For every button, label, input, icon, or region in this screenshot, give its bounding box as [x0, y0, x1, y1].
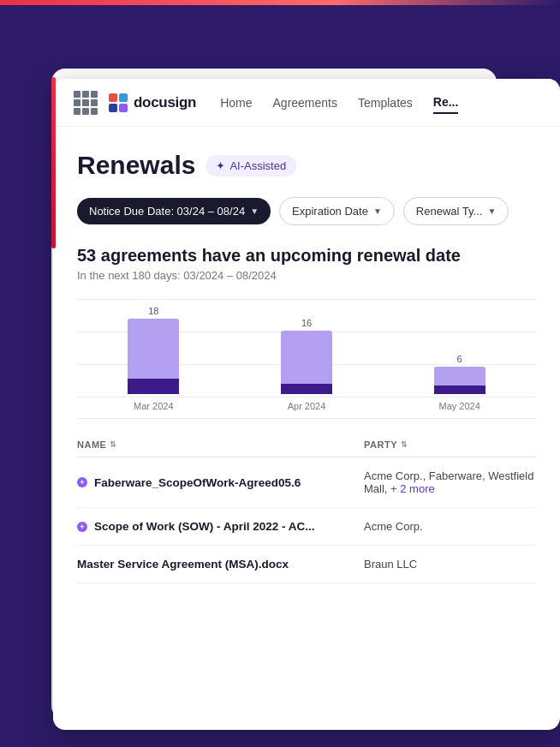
bar-label-mar: Mar 2024 — [134, 401, 173, 411]
party-more-link-1[interactable]: + 2 more — [390, 482, 435, 495]
col-header-party: PARTY ⇅ — [364, 439, 536, 450]
bar-stack-mar — [128, 319, 179, 394]
bar-value-apr: 16 — [301, 318, 312, 328]
svg-rect-1 — [119, 93, 128, 102]
ai-badge-text: AI-Assisted — [229, 159, 286, 172]
row-party-1: Acme Corp., Faberware, Westfield Mall, +… — [364, 469, 536, 495]
page-title: Renewals — [77, 151, 195, 180]
bar-bottom-mar — [128, 379, 179, 394]
row-name-1: Faberware_ScopeOfWork-Agreed05.6 — [77, 476, 364, 489]
ai-assisted-badge: ✦ AI-Assisted — [206, 155, 296, 176]
row-name-text-1: Faberware_ScopeOfWork-Agreed05.6 — [94, 476, 301, 489]
date-range-label: Notice Due Date: 03/24 – 08/24 — [89, 205, 245, 218]
expiration-date-filter[interactable]: Expiration Date ▼ — [279, 197, 395, 225]
docusign-logo[interactable]: docusign — [108, 93, 196, 113]
agreements-table: NAME ⇅ PARTY ⇅ Faberware_ScopeOfWork-Agr… — [77, 433, 536, 583]
svg-rect-3 — [119, 104, 128, 112]
filter-row: Notice Due Date: 03/24 – 08/24 ▼ Expirat… — [77, 197, 536, 225]
docusign-brand-text: docusign — [134, 94, 196, 111]
row-name-3: Master Service Agreement (MSA).docx — [77, 558, 364, 571]
row-dot-icon — [77, 477, 87, 487]
nav-renewals[interactable]: Re... — [433, 92, 459, 114]
bar-value-mar: 18 — [148, 306, 158, 316]
bar-label-may: May 2024 — [439, 401, 480, 411]
top-nav: docusign Home Agreements Templates Re... — [53, 79, 560, 127]
col-header-name: NAME ⇅ — [77, 439, 364, 450]
row-name-2: Scope of Work (SOW) - April 2022 - AC... — [77, 520, 364, 533]
bar-label-apr: Apr 2024 — [288, 401, 326, 411]
table-row[interactable]: Faberware_ScopeOfWork-Agreed05.6 Acme Co… — [77, 457, 536, 508]
main-card: docusign Home Agreements Templates Re...… — [53, 79, 560, 730]
nav-home[interactable]: Home — [220, 93, 252, 113]
table-row[interactable]: Master Service Agreement (MSA).docx Brau… — [77, 546, 536, 583]
nav-templates[interactable]: Templates — [358, 93, 413, 113]
page-title-row: Renewals ✦ AI-Assisted — [77, 151, 536, 180]
row-party-3: Braun LLC — [364, 558, 536, 571]
chevron-down-icon: ▼ — [487, 206, 496, 216]
bar-top-may — [434, 367, 486, 385]
nav-agreements[interactable]: Agreements — [273, 93, 337, 113]
stats-subtitle: In the next 180 days: 03/2024 – 08/2024 — [77, 269, 536, 282]
svg-rect-0 — [109, 93, 117, 102]
docusign-brand-icon — [108, 93, 128, 113]
bar-bottom-may — [434, 385, 486, 394]
renewals-chart: 18 Mar 2024 16 Apr 2024 6 — [77, 299, 536, 419]
bar-top-apr — [281, 331, 332, 384]
bar-value-may: 6 — [457, 354, 462, 364]
sort-icon-name[interactable]: ⇅ — [110, 440, 117, 449]
expiration-date-label: Expiration Date — [292, 205, 368, 218]
row-name-text-3: Master Service Agreement (MSA).docx — [77, 558, 289, 571]
row-party-2: Acme Corp. — [364, 520, 536, 533]
sparkle-icon: ✦ — [216, 159, 225, 172]
chevron-down-icon: ▼ — [250, 206, 259, 216]
svg-rect-2 — [109, 104, 117, 112]
apps-menu-icon[interactable] — [74, 91, 98, 115]
row-dot-icon — [77, 522, 87, 532]
bar-stack-apr — [281, 331, 332, 394]
page-content: Renewals ✦ AI-Assisted Notice Due Date: … — [53, 127, 560, 583]
chart-bar-mar: 18 Mar 2024 — [77, 299, 230, 411]
row-name-text-2: Scope of Work (SOW) - April 2022 - AC... — [94, 520, 315, 533]
bar-stack-may — [434, 367, 486, 394]
table-header: NAME ⇅ PARTY ⇅ — [77, 433, 536, 457]
chart-bar-may: 6 May 2024 — [383, 299, 536, 411]
sort-icon-party[interactable]: ⇅ — [401, 440, 408, 449]
renewal-type-filter[interactable]: Renewal Ty... ▼ — [403, 197, 509, 225]
bar-bottom-apr — [281, 384, 332, 394]
date-range-filter[interactable]: Notice Due Date: 03/24 – 08/24 ▼ — [77, 198, 271, 224]
nav-links: Home Agreements Templates Re... — [220, 92, 539, 114]
bar-top-mar — [128, 319, 179, 379]
chart-bar-apr: 16 Apr 2024 — [230, 299, 384, 411]
chevron-down-icon: ▼ — [373, 206, 382, 216]
stats-title: 53 agreements have an upcoming renewal d… — [77, 246, 536, 266]
renewal-type-label: Renewal Ty... — [416, 205, 483, 218]
table-row[interactable]: Scope of Work (SOW) - April 2022 - AC...… — [77, 508, 536, 546]
chart-bars: 18 Mar 2024 16 Apr 2024 6 — [77, 299, 536, 411]
